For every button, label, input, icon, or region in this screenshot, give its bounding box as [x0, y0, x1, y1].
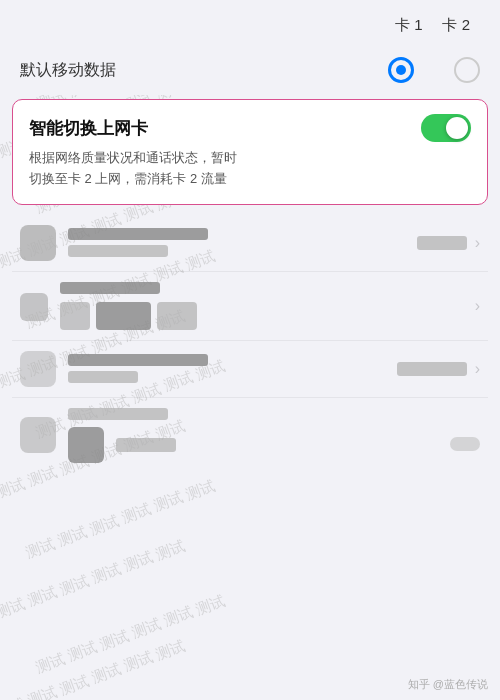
blurred-section: › › › [12, 215, 488, 473]
blur-line-3b [68, 371, 138, 383]
chevron-3: › [475, 360, 480, 378]
blurred-row-1: › [12, 215, 488, 272]
blur-text-4 [68, 408, 480, 463]
attribution-text: 知乎 @蓝色传说 [408, 678, 488, 690]
blur-line-1a [68, 228, 208, 240]
default-data-row: 默认移动数据 [0, 45, 500, 95]
app-icon-1 [20, 225, 56, 261]
blur-thumb-3 [157, 302, 197, 330]
toggle-knob [446, 117, 468, 139]
page-content: 卡 1 卡 2 默认移动数据 智能切换上网卡 根据网络质量状况和通话状态，暂时切… [0, 0, 500, 700]
blur-text-3 [68, 354, 397, 383]
card1-tab[interactable]: 卡 1 [385, 14, 433, 37]
app-icon-3 [20, 351, 56, 387]
app-icon-4 [20, 417, 56, 453]
chevron-2: › [475, 297, 480, 315]
card1-radio[interactable] [388, 57, 414, 83]
blur-text-1 [68, 228, 417, 257]
smart-switch-title: 智能切换上网卡 [29, 117, 148, 140]
smart-switch-box: 智能切换上网卡 根据网络质量状况和通话状态，暂时切换至卡 2 上网，需消耗卡 2… [12, 99, 488, 205]
smart-switch-header: 智能切换上网卡 [29, 114, 471, 142]
blur-text-2 [60, 282, 467, 330]
blurred-row-4 [12, 398, 488, 473]
blurred-row-2: › [12, 272, 488, 341]
card2-radio[interactable] [454, 57, 480, 83]
blur-line-3a [68, 354, 208, 366]
default-data-label: 默认移动数据 [20, 60, 116, 81]
blur-sub-text-1 [116, 438, 176, 452]
smart-switch-toggle[interactable] [421, 114, 471, 142]
blur-thumb-1 [60, 302, 90, 330]
blur-value-1 [417, 236, 467, 250]
blur-line-4a [68, 408, 168, 420]
radio-buttons [388, 57, 480, 83]
smart-switch-desc: 根据网络质量状况和通话状态，暂时切换至卡 2 上网，需消耗卡 2 流量 [29, 148, 471, 190]
blur-line-1b [68, 245, 168, 257]
app-icon-2 [20, 293, 48, 321]
blur-sub-icon-1 [68, 427, 104, 463]
card-selector-row: 卡 1 卡 2 [0, 0, 500, 45]
blur-tail [450, 437, 480, 451]
blur-line-2a [60, 282, 160, 294]
blurred-row-3: › [12, 341, 488, 398]
card2-tab[interactable]: 卡 2 [432, 14, 480, 37]
chevron-1: › [475, 234, 480, 252]
bottom-attribution: 知乎 @蓝色传说 [408, 677, 488, 692]
blur-thumb-2 [96, 302, 151, 330]
blur-value-3 [397, 362, 467, 376]
